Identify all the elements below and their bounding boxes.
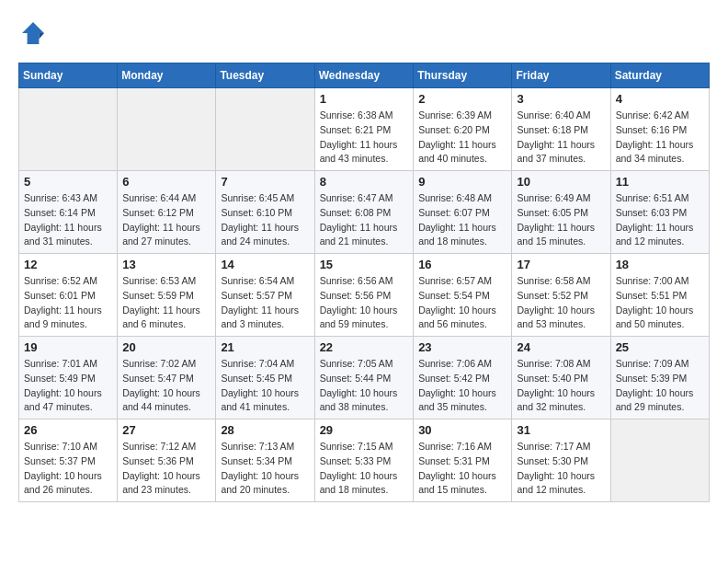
day-number: 4 (616, 92, 704, 106)
calendar-cell: 2Sunrise: 6:39 AMSunset: 6:20 PMDaylight… (414, 88, 512, 171)
calendar-cell: 27Sunrise: 7:12 AMSunset: 5:36 PMDayligh… (118, 419, 216, 502)
calendar-cell: 9Sunrise: 6:48 AMSunset: 6:07 PMDaylight… (414, 171, 512, 254)
day-detail: Sunrise: 6:52 AMSunset: 6:01 PMDaylight:… (24, 274, 112, 332)
calendar-cell: 6Sunrise: 6:44 AMSunset: 6:12 PMDaylight… (118, 171, 216, 254)
day-number: 3 (517, 92, 605, 106)
day-detail: Sunrise: 7:08 AMSunset: 5:40 PMDaylight:… (517, 357, 605, 415)
svg-marker-1 (39, 33, 44, 39)
logo (18, 18, 51, 48)
day-header-saturday: Saturday (610, 63, 709, 88)
calendar-cell: 4Sunrise: 6:42 AMSunset: 6:16 PMDaylight… (610, 88, 709, 171)
day-number: 5 (24, 175, 112, 189)
calendar-cell: 14Sunrise: 6:54 AMSunset: 5:57 PMDayligh… (216, 254, 314, 337)
day-number: 16 (418, 258, 506, 271)
calendar-cell (118, 88, 216, 171)
calendar-cell: 10Sunrise: 6:49 AMSunset: 6:05 PMDayligh… (512, 171, 610, 254)
day-detail: Sunrise: 7:10 AMSunset: 5:37 PMDaylight:… (24, 440, 112, 498)
day-detail: Sunrise: 6:44 AMSunset: 6:12 PMDaylight:… (122, 191, 210, 249)
day-number: 30 (418, 423, 506, 437)
day-number: 1 (320, 92, 409, 106)
day-number: 14 (221, 258, 309, 271)
day-number: 29 (320, 423, 409, 437)
day-number: 9 (418, 175, 506, 189)
day-number: 19 (24, 340, 112, 354)
day-number: 11 (616, 175, 704, 189)
calendar-cell: 3Sunrise: 6:40 AMSunset: 6:18 PMDaylight… (512, 88, 610, 171)
day-number: 12 (24, 258, 112, 271)
day-detail: Sunrise: 6:49 AMSunset: 6:05 PMDaylight:… (517, 191, 605, 249)
calendar-cell: 22Sunrise: 7:05 AMSunset: 5:44 PMDayligh… (314, 337, 414, 419)
calendar-cell: 17Sunrise: 6:58 AMSunset: 5:52 PMDayligh… (512, 254, 610, 337)
day-header-wednesday: Wednesday (314, 63, 414, 88)
day-detail: Sunrise: 6:39 AMSunset: 6:20 PMDaylight:… (418, 109, 506, 167)
day-number: 24 (517, 340, 605, 354)
calendar-cell: 19Sunrise: 7:01 AMSunset: 5:49 PMDayligh… (19, 337, 118, 419)
day-number: 26 (24, 423, 112, 437)
page-header (18, 18, 710, 48)
day-detail: Sunrise: 6:56 AMSunset: 5:56 PMDaylight:… (320, 274, 409, 332)
calendar-cell: 26Sunrise: 7:10 AMSunset: 5:37 PMDayligh… (19, 419, 118, 502)
day-detail: Sunrise: 6:45 AMSunset: 6:10 PMDaylight:… (221, 191, 309, 249)
logo-icon (18, 18, 48, 48)
calendar-cell: 20Sunrise: 7:02 AMSunset: 5:47 PMDayligh… (118, 337, 216, 419)
calendar-week-row: 12Sunrise: 6:52 AMSunset: 6:01 PMDayligh… (19, 254, 710, 337)
day-detail: Sunrise: 7:01 AMSunset: 5:49 PMDaylight:… (24, 357, 112, 415)
calendar-cell: 7Sunrise: 6:45 AMSunset: 6:10 PMDaylight… (216, 171, 314, 254)
day-header-friday: Friday (512, 63, 610, 88)
calendar-cell (610, 419, 709, 502)
calendar-cell: 23Sunrise: 7:06 AMSunset: 5:42 PMDayligh… (414, 337, 512, 419)
day-number: 13 (122, 258, 210, 271)
calendar-cell: 31Sunrise: 7:17 AMSunset: 5:30 PMDayligh… (512, 419, 610, 502)
calendar-cell: 21Sunrise: 7:04 AMSunset: 5:45 PMDayligh… (216, 337, 314, 419)
day-detail: Sunrise: 6:57 AMSunset: 5:54 PMDaylight:… (418, 274, 506, 332)
calendar-cell: 5Sunrise: 6:43 AMSunset: 6:14 PMDaylight… (19, 171, 118, 254)
calendar-week-row: 5Sunrise: 6:43 AMSunset: 6:14 PMDaylight… (19, 171, 710, 254)
day-number: 20 (122, 340, 210, 354)
calendar-cell: 15Sunrise: 6:56 AMSunset: 5:56 PMDayligh… (314, 254, 414, 337)
calendar-cell: 1Sunrise: 6:38 AMSunset: 6:21 PMDaylight… (314, 88, 414, 171)
calendar-week-row: 1Sunrise: 6:38 AMSunset: 6:21 PMDaylight… (19, 88, 710, 171)
day-detail: Sunrise: 7:12 AMSunset: 5:36 PMDaylight:… (122, 440, 210, 498)
calendar-week-row: 19Sunrise: 7:01 AMSunset: 5:49 PMDayligh… (19, 337, 710, 419)
day-detail: Sunrise: 6:54 AMSunset: 5:57 PMDaylight:… (221, 274, 309, 332)
day-header-monday: Monday (118, 63, 216, 88)
day-detail: Sunrise: 7:16 AMSunset: 5:31 PMDaylight:… (418, 440, 506, 498)
day-number: 6 (122, 175, 210, 189)
calendar-cell: 28Sunrise: 7:13 AMSunset: 5:34 PMDayligh… (216, 419, 314, 502)
day-detail: Sunrise: 7:13 AMSunset: 5:34 PMDaylight:… (221, 440, 309, 498)
day-number: 21 (221, 340, 309, 354)
calendar-cell: 30Sunrise: 7:16 AMSunset: 5:31 PMDayligh… (414, 419, 512, 502)
calendar-header-row: SundayMondayTuesdayWednesdayThursdayFrid… (19, 63, 710, 88)
day-header-thursday: Thursday (414, 63, 512, 88)
day-detail: Sunrise: 6:48 AMSunset: 6:07 PMDaylight:… (418, 191, 506, 249)
day-number: 10 (517, 175, 605, 189)
day-number: 22 (320, 340, 409, 354)
day-detail: Sunrise: 6:47 AMSunset: 6:08 PMDaylight:… (320, 191, 409, 249)
day-number: 23 (418, 340, 506, 354)
day-detail: Sunrise: 7:17 AMSunset: 5:30 PMDaylight:… (517, 440, 605, 498)
day-detail: Sunrise: 6:53 AMSunset: 5:59 PMDaylight:… (122, 274, 210, 332)
calendar-cell: 18Sunrise: 7:00 AMSunset: 5:51 PMDayligh… (610, 254, 709, 337)
day-detail: Sunrise: 7:02 AMSunset: 5:47 PMDaylight:… (122, 357, 210, 415)
day-number: 7 (221, 175, 309, 189)
calendar-cell (19, 88, 118, 171)
day-number: 31 (517, 423, 605, 437)
day-number: 15 (320, 258, 409, 271)
calendar-cell (216, 88, 314, 171)
calendar-cell: 8Sunrise: 6:47 AMSunset: 6:08 PMDaylight… (314, 171, 414, 254)
day-detail: Sunrise: 6:58 AMSunset: 5:52 PMDaylight:… (517, 274, 605, 332)
calendar-cell: 24Sunrise: 7:08 AMSunset: 5:40 PMDayligh… (512, 337, 610, 419)
day-header-tuesday: Tuesday (216, 63, 314, 88)
calendar-cell: 12Sunrise: 6:52 AMSunset: 6:01 PMDayligh… (19, 254, 118, 337)
day-detail: Sunrise: 6:51 AMSunset: 6:03 PMDaylight:… (616, 191, 704, 249)
calendar-cell: 16Sunrise: 6:57 AMSunset: 5:54 PMDayligh… (414, 254, 512, 337)
day-detail: Sunrise: 7:04 AMSunset: 5:45 PMDaylight:… (221, 357, 309, 415)
day-detail: Sunrise: 6:38 AMSunset: 6:21 PMDaylight:… (320, 109, 409, 167)
calendar-cell: 25Sunrise: 7:09 AMSunset: 5:39 PMDayligh… (610, 337, 709, 419)
day-number: 28 (221, 423, 309, 437)
day-number: 27 (122, 423, 210, 437)
day-detail: Sunrise: 7:00 AMSunset: 5:51 PMDaylight:… (616, 274, 704, 332)
day-detail: Sunrise: 7:15 AMSunset: 5:33 PMDaylight:… (320, 440, 409, 498)
day-detail: Sunrise: 7:05 AMSunset: 5:44 PMDaylight:… (320, 357, 409, 415)
day-header-sunday: Sunday (19, 63, 118, 88)
